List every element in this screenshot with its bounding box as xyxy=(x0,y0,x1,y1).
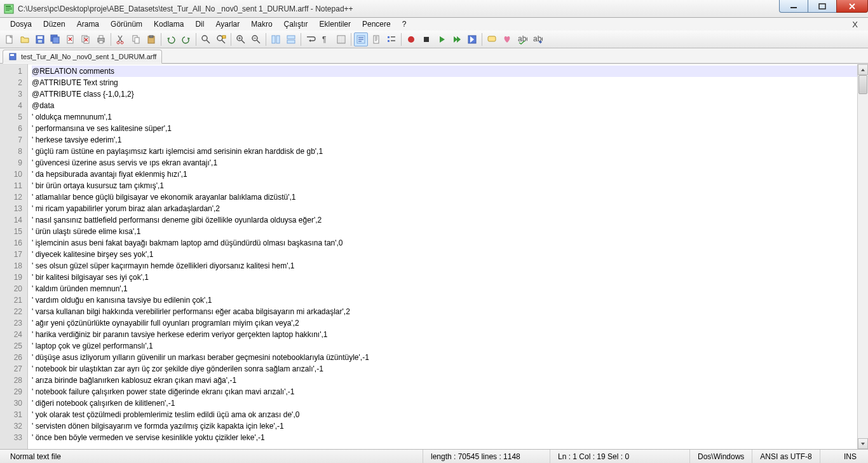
new-file-icon[interactable] xyxy=(3,32,17,46)
spellcheck-icon[interactable]: abc xyxy=(515,32,529,46)
menu-arama[interactable]: Arama xyxy=(72,18,104,30)
svg-rect-3 xyxy=(6,9,12,10)
svg-rect-18 xyxy=(99,41,103,43)
svg-text:abc: abc xyxy=(518,34,527,43)
function-list-icon[interactable] xyxy=(384,32,398,46)
save-all-icon[interactable] xyxy=(48,32,62,46)
title-text: C:\Users\pc\Desktop\proje\ABE_Datasets\t… xyxy=(18,4,353,13)
editor-area: 1234567891011121314151617181920212223242… xyxy=(0,64,868,449)
menu-ayarlar[interactable]: Ayarlar xyxy=(210,18,245,30)
status-position: Ln : 1 Col : 19 Sel : 0 xyxy=(550,450,690,463)
spellcheck-next-icon[interactable]: abc xyxy=(531,32,545,46)
status-insert: INS xyxy=(836,450,864,463)
svg-rect-30 xyxy=(272,36,275,43)
tab-bar: test_Tur_All_No _nov0_sent 1_DURUM.arff xyxy=(0,48,868,64)
scroll-thumb[interactable] xyxy=(858,75,867,94)
record-macro-icon[interactable] xyxy=(404,32,418,46)
cut-icon[interactable] xyxy=(114,32,128,46)
vertical-scrollbar[interactable] xyxy=(857,64,868,449)
window-controls xyxy=(780,0,868,13)
indent-guide-icon[interactable] xyxy=(334,32,348,46)
svg-point-40 xyxy=(408,36,414,43)
close-all-icon[interactable] xyxy=(79,32,93,46)
svg-rect-10 xyxy=(38,40,42,43)
menu-makro[interactable]: Makro xyxy=(246,18,277,30)
line-gutter: 1234567891011121314151617181920212223242… xyxy=(0,64,28,449)
scroll-up-icon[interactable] xyxy=(858,64,868,75)
svg-rect-17 xyxy=(99,36,103,38)
status-eol: Dos\Windows xyxy=(690,450,752,463)
svg-rect-47 xyxy=(10,54,14,56)
save-icon[interactable] xyxy=(33,32,47,46)
wordwrap-icon[interactable] xyxy=(304,32,318,46)
sync-v-icon[interactable] xyxy=(269,32,283,46)
menu-bar: Dosya Düzen Arama Görünüm Kodlama Dil Ay… xyxy=(0,18,868,31)
svg-rect-1 xyxy=(6,6,11,7)
file-tab[interactable]: test_Tur_All_No _nov0_sent 1_DURUM.arff xyxy=(3,50,162,64)
svg-text:¶: ¶ xyxy=(322,35,326,44)
menu-help[interactable]: ? xyxy=(397,18,412,30)
menubar-close-icon[interactable]: X xyxy=(847,18,863,31)
svg-rect-41 xyxy=(424,37,429,42)
svg-rect-22 xyxy=(135,38,139,43)
status-encoding: ANSI as UTF-8 xyxy=(752,450,820,463)
toggle-comment-icon[interactable] xyxy=(485,32,499,46)
svg-point-26 xyxy=(217,36,222,41)
close-file-icon[interactable] xyxy=(64,32,78,46)
svg-rect-32 xyxy=(287,36,295,39)
svg-rect-24 xyxy=(149,36,153,38)
svg-rect-4 xyxy=(6,10,10,11)
svg-rect-33 xyxy=(287,40,295,43)
maximize-button[interactable] xyxy=(808,0,837,13)
svg-rect-43 xyxy=(488,36,496,41)
undo-icon[interactable] xyxy=(164,32,178,46)
file-tab-icon xyxy=(8,52,17,61)
menu-kodlama[interactable]: Kodlama xyxy=(149,18,189,30)
svg-rect-27 xyxy=(222,36,226,38)
minimize-button[interactable] xyxy=(779,0,808,13)
svg-rect-31 xyxy=(276,36,280,43)
status-mode: Normal text file xyxy=(4,450,423,463)
menu-gorunum[interactable]: Görünüm xyxy=(105,18,147,30)
stop-macro-icon[interactable] xyxy=(419,32,433,46)
svg-rect-12 xyxy=(53,37,59,43)
paste-icon[interactable] xyxy=(144,32,158,46)
heart-icon[interactable] xyxy=(500,32,514,46)
play-macro-icon[interactable] xyxy=(435,32,449,46)
menu-pencere[interactable]: Pencere xyxy=(357,18,396,30)
svg-rect-5 xyxy=(790,7,797,8)
status-bar: Normal text file length : 70545 lines : … xyxy=(0,449,868,463)
redo-icon[interactable] xyxy=(179,32,193,46)
print-icon[interactable] xyxy=(94,32,108,46)
title-bar: C:\Users\pc\Desktop\proje\ABE_Datasets\t… xyxy=(0,0,868,18)
svg-point-25 xyxy=(202,36,207,41)
close-button[interactable] xyxy=(836,0,868,13)
show-all-chars-icon[interactable]: ¶ xyxy=(319,32,333,46)
svg-rect-2 xyxy=(6,8,12,8)
svg-rect-6 xyxy=(819,4,825,9)
file-tab-label: test_Tur_All_No _nov0_sent 1_DURUM.arff xyxy=(21,53,156,60)
toolbar: ¶ abc abc xyxy=(0,31,868,48)
sync-h-icon[interactable] xyxy=(284,32,298,46)
svg-rect-9 xyxy=(37,36,43,39)
copy-icon[interactable] xyxy=(129,32,143,46)
save-macro-icon[interactable] xyxy=(465,32,479,46)
menu-dosya[interactable]: Dosya xyxy=(5,18,37,30)
menu-calistir[interactable]: Çalıştır xyxy=(279,18,313,30)
code-editor[interactable]: @RELATION comments@ATTRIBUTE Text string… xyxy=(28,64,857,449)
open-file-icon[interactable] xyxy=(18,32,32,46)
user-lang-icon[interactable] xyxy=(354,32,368,46)
menu-eklentiler[interactable]: Eklentiler xyxy=(315,18,356,30)
menu-duzen[interactable]: Düzen xyxy=(38,18,71,30)
play-multi-icon[interactable] xyxy=(450,32,464,46)
zoom-in-icon[interactable] xyxy=(234,32,248,46)
svg-rect-39 xyxy=(388,40,390,42)
find-icon[interactable] xyxy=(199,32,213,46)
status-length: length : 70545 lines : 1148 xyxy=(423,450,550,463)
doc-map-icon[interactable] xyxy=(369,32,383,46)
menu-dil[interactable]: Dil xyxy=(190,18,209,30)
replace-icon[interactable] xyxy=(214,32,228,46)
svg-rect-38 xyxy=(388,36,390,38)
zoom-out-icon[interactable] xyxy=(249,32,263,46)
scroll-down-icon[interactable] xyxy=(858,438,868,449)
